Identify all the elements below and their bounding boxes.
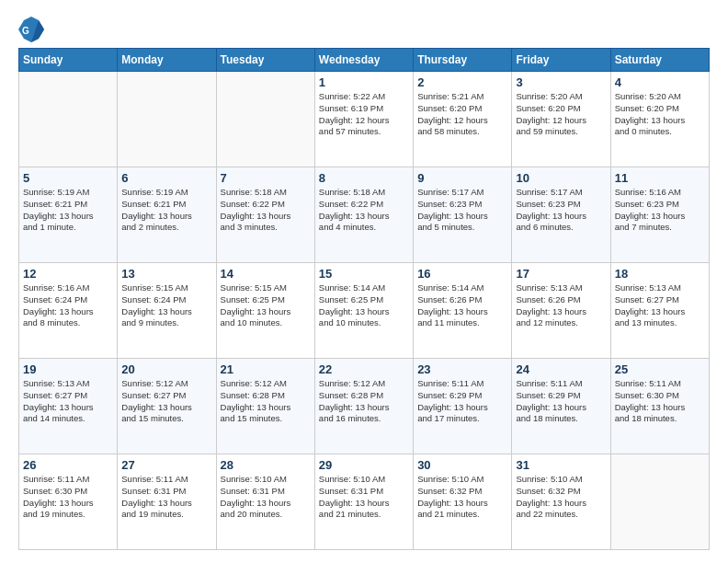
- day-number: 18: [615, 267, 705, 281]
- day-number: 15: [319, 267, 409, 281]
- day-number: 19: [23, 362, 113, 376]
- day-number: 28: [221, 458, 311, 472]
- calendar-cell: 13Sunrise: 5:15 AM Sunset: 6:24 PM Dayli…: [118, 263, 216, 359]
- calendar-cell: [118, 72, 216, 167]
- day-info: Sunrise: 5:18 AM Sunset: 6:22 PM Dayligh…: [221, 187, 311, 234]
- day-number: 11: [615, 171, 705, 185]
- day-number: 10: [516, 171, 606, 185]
- day-info: Sunrise: 5:19 AM Sunset: 6:21 PM Dayligh…: [121, 187, 211, 234]
- calendar-cell: 18Sunrise: 5:13 AM Sunset: 6:27 PM Dayli…: [610, 263, 709, 359]
- weekday-header-friday: Friday: [512, 49, 610, 72]
- day-info: Sunrise: 5:12 AM Sunset: 6:27 PM Dayligh…: [121, 378, 211, 425]
- day-info: Sunrise: 5:16 AM Sunset: 6:24 PM Dayligh…: [23, 282, 113, 329]
- calendar-cell: 27Sunrise: 5:11 AM Sunset: 6:31 PM Dayli…: [118, 454, 216, 550]
- day-number: 21: [221, 362, 311, 376]
- week-row-1: 1Sunrise: 5:22 AM Sunset: 6:19 PM Daylig…: [19, 72, 710, 167]
- day-info: Sunrise: 5:11 AM Sunset: 6:29 PM Dayligh…: [417, 378, 507, 425]
- day-info: Sunrise: 5:10 AM Sunset: 6:31 PM Dayligh…: [221, 474, 311, 521]
- day-info: Sunrise: 5:22 AM Sunset: 6:19 PM Dayligh…: [319, 91, 409, 138]
- day-number: 23: [417, 362, 507, 376]
- calendar-cell: 2Sunrise: 5:21 AM Sunset: 6:20 PM Daylig…: [414, 72, 512, 167]
- day-info: Sunrise: 5:12 AM Sunset: 6:28 PM Dayligh…: [221, 378, 311, 425]
- calendar-cell: 12Sunrise: 5:16 AM Sunset: 6:24 PM Dayli…: [19, 263, 118, 359]
- calendar-cell: 17Sunrise: 5:13 AM Sunset: 6:26 PM Dayli…: [512, 263, 610, 359]
- day-info: Sunrise: 5:10 AM Sunset: 6:32 PM Dayligh…: [516, 474, 606, 521]
- day-number: 7: [221, 171, 311, 185]
- calendar-cell: 30Sunrise: 5:10 AM Sunset: 6:32 PM Dayli…: [414, 454, 512, 550]
- calendar-cell: 1Sunrise: 5:22 AM Sunset: 6:19 PM Daylig…: [314, 72, 413, 167]
- calendar-table: SundayMondayTuesdayWednesdayThursdayFrid…: [18, 48, 710, 550]
- calendar-cell: 3Sunrise: 5:20 AM Sunset: 6:20 PM Daylig…: [512, 72, 610, 167]
- calendar-cell: 7Sunrise: 5:18 AM Sunset: 6:22 PM Daylig…: [216, 167, 314, 263]
- calendar-cell: 14Sunrise: 5:15 AM Sunset: 6:25 PM Dayli…: [216, 263, 314, 359]
- calendar-cell: 10Sunrise: 5:17 AM Sunset: 6:23 PM Dayli…: [512, 167, 610, 263]
- calendar-cell: 5Sunrise: 5:19 AM Sunset: 6:21 PM Daylig…: [19, 167, 118, 263]
- weekday-header-monday: Monday: [118, 49, 216, 72]
- day-info: Sunrise: 5:11 AM Sunset: 6:30 PM Dayligh…: [615, 378, 705, 425]
- day-info: Sunrise: 5:14 AM Sunset: 6:25 PM Dayligh…: [319, 282, 409, 329]
- day-number: 26: [23, 458, 113, 472]
- calendar-cell: 15Sunrise: 5:14 AM Sunset: 6:25 PM Dayli…: [314, 263, 413, 359]
- calendar-cell: 16Sunrise: 5:14 AM Sunset: 6:26 PM Dayli…: [414, 263, 512, 359]
- page: G SundayMondayTuesdayWednesdayThursdayFr…: [0, 0, 728, 563]
- weekday-header-thursday: Thursday: [414, 49, 512, 72]
- day-number: 3: [516, 75, 606, 89]
- day-info: Sunrise: 5:10 AM Sunset: 6:31 PM Dayligh…: [319, 474, 409, 521]
- day-number: 25: [615, 362, 705, 376]
- day-number: 30: [417, 458, 507, 472]
- day-number: 4: [615, 75, 705, 89]
- day-number: 16: [417, 267, 507, 281]
- day-number: 31: [516, 458, 606, 472]
- day-info: Sunrise: 5:10 AM Sunset: 6:32 PM Dayligh…: [417, 474, 507, 521]
- day-number: 22: [319, 362, 409, 376]
- day-number: 20: [121, 362, 211, 376]
- calendar-cell: 20Sunrise: 5:12 AM Sunset: 6:27 PM Dayli…: [118, 359, 216, 454]
- day-number: 6: [121, 171, 211, 185]
- weekday-header-tuesday: Tuesday: [216, 49, 314, 72]
- day-info: Sunrise: 5:16 AM Sunset: 6:23 PM Dayligh…: [615, 187, 705, 234]
- week-row-3: 12Sunrise: 5:16 AM Sunset: 6:24 PM Dayli…: [19, 263, 710, 359]
- day-info: Sunrise: 5:11 AM Sunset: 6:29 PM Dayligh…: [516, 378, 606, 425]
- calendar-cell: 9Sunrise: 5:17 AM Sunset: 6:23 PM Daylig…: [414, 167, 512, 263]
- day-info: Sunrise: 5:20 AM Sunset: 6:20 PM Dayligh…: [615, 91, 705, 138]
- day-info: Sunrise: 5:14 AM Sunset: 6:26 PM Dayligh…: [417, 282, 507, 329]
- calendar-cell: 8Sunrise: 5:18 AM Sunset: 6:22 PM Daylig…: [314, 167, 413, 263]
- day-number: 24: [516, 362, 606, 376]
- day-info: Sunrise: 5:11 AM Sunset: 6:31 PM Dayligh…: [121, 474, 211, 521]
- day-number: 17: [516, 267, 606, 281]
- calendar-cell: 31Sunrise: 5:10 AM Sunset: 6:32 PM Dayli…: [512, 454, 610, 550]
- calendar-cell: [19, 72, 118, 167]
- week-row-2: 5Sunrise: 5:19 AM Sunset: 6:21 PM Daylig…: [19, 167, 710, 263]
- day-number: 1: [319, 75, 409, 89]
- day-info: Sunrise: 5:17 AM Sunset: 6:23 PM Dayligh…: [516, 187, 606, 234]
- week-row-5: 26Sunrise: 5:11 AM Sunset: 6:30 PM Dayli…: [19, 454, 710, 550]
- calendar-cell: 23Sunrise: 5:11 AM Sunset: 6:29 PM Dayli…: [414, 359, 512, 454]
- day-info: Sunrise: 5:19 AM Sunset: 6:21 PM Dayligh…: [23, 187, 113, 234]
- weekday-header-saturday: Saturday: [610, 49, 709, 72]
- weekday-header-wednesday: Wednesday: [314, 49, 413, 72]
- day-number: 9: [417, 171, 507, 185]
- calendar-cell: 24Sunrise: 5:11 AM Sunset: 6:29 PM Dayli…: [512, 359, 610, 454]
- calendar-cell: 21Sunrise: 5:12 AM Sunset: 6:28 PM Dayli…: [216, 359, 314, 454]
- calendar-cell: 29Sunrise: 5:10 AM Sunset: 6:31 PM Dayli…: [314, 454, 413, 550]
- day-number: 27: [121, 458, 211, 472]
- day-number: 29: [319, 458, 409, 472]
- calendar-cell: 11Sunrise: 5:16 AM Sunset: 6:23 PM Dayli…: [610, 167, 709, 263]
- day-info: Sunrise: 5:13 AM Sunset: 6:27 PM Dayligh…: [23, 378, 113, 425]
- day-info: Sunrise: 5:12 AM Sunset: 6:28 PM Dayligh…: [319, 378, 409, 425]
- day-info: Sunrise: 5:13 AM Sunset: 6:26 PM Dayligh…: [516, 282, 606, 329]
- day-info: Sunrise: 5:15 AM Sunset: 6:25 PM Dayligh…: [221, 282, 311, 329]
- day-info: Sunrise: 5:18 AM Sunset: 6:22 PM Dayligh…: [319, 187, 409, 234]
- calendar-cell: 19Sunrise: 5:13 AM Sunset: 6:27 PM Dayli…: [19, 359, 118, 454]
- calendar-cell: 25Sunrise: 5:11 AM Sunset: 6:30 PM Dayli…: [610, 359, 709, 454]
- day-number: 13: [121, 267, 211, 281]
- calendar-cell: [216, 72, 314, 167]
- day-info: Sunrise: 5:15 AM Sunset: 6:24 PM Dayligh…: [121, 282, 211, 329]
- calendar-cell: 6Sunrise: 5:19 AM Sunset: 6:21 PM Daylig…: [118, 167, 216, 263]
- calendar-cell: [610, 454, 709, 550]
- day-info: Sunrise: 5:17 AM Sunset: 6:23 PM Dayligh…: [417, 187, 507, 234]
- day-number: 8: [319, 171, 409, 185]
- day-info: Sunrise: 5:20 AM Sunset: 6:20 PM Dayligh…: [516, 91, 606, 138]
- day-number: 12: [23, 267, 113, 281]
- day-info: Sunrise: 5:11 AM Sunset: 6:30 PM Dayligh…: [23, 474, 113, 521]
